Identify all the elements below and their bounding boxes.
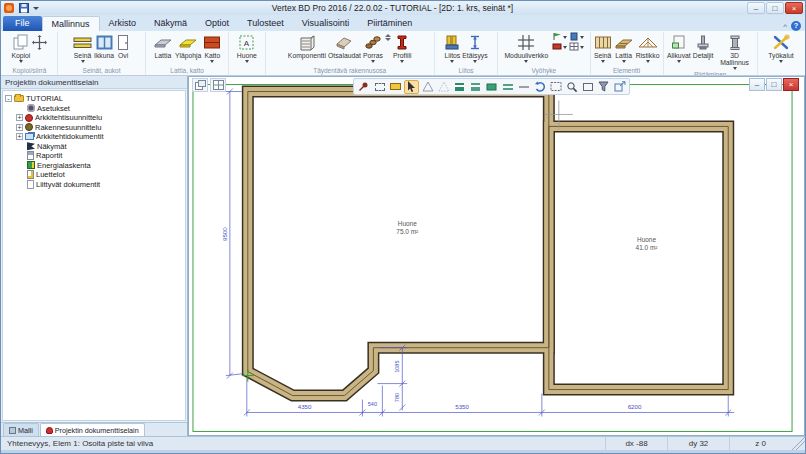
measure-tool[interactable] [388, 80, 403, 94]
layers-tool-1[interactable] [452, 80, 467, 94]
ovi-button[interactable]: Ovi [115, 32, 131, 59]
moduuliverkko-button[interactable]: Moduuliverkko [503, 32, 549, 63]
lattia-button[interactable]: Lattia [152, 32, 174, 59]
close-button[interactable]: × [785, 2, 803, 14]
truss-icon [638, 33, 658, 52]
tree-item-energialaskenta[interactable]: Energialaskenta [5, 161, 185, 171]
detaljit-button[interactable]: Detaljit [692, 32, 715, 59]
minimize-button[interactable]: – [747, 2, 765, 14]
tab-arkisto[interactable]: Arkisto [100, 16, 146, 31]
collapse-ribbon-button[interactable]: ^ [783, 22, 787, 31]
tree-item-arkkitehtidokumentit[interactable]: + Arkkitehtidokumentit [5, 132, 185, 142]
link-out-tool[interactable] [612, 80, 627, 94]
project-browser-panel: Projektin dokumenttiselain - TUTORIAL As… [1, 76, 188, 436]
tree-item-asetukset[interactable]: Asetukset [5, 104, 185, 114]
tree-item-rakennesuunnittelu[interactable]: + Rakennesuunnittelu [5, 123, 185, 133]
ristikko-button[interactable]: Ristikko [635, 32, 661, 63]
tab-nakyma[interactable]: Näkymä [145, 16, 196, 31]
tab-tulosteet[interactable]: Tulosteet [238, 16, 293, 31]
filter-tool[interactable] [596, 80, 611, 94]
folder-icon [14, 95, 24, 102]
zone-grid-button[interactable] [569, 42, 584, 51]
dim-bottom-3: 5350 [455, 404, 469, 411]
collapse-expander-icon[interactable]: - [5, 95, 12, 102]
zoom-window-tool[interactable] [548, 80, 563, 94]
expand-expander-icon[interactable]: + [16, 124, 23, 131]
porras-button[interactable]: Porras [362, 32, 384, 63]
ylapohja-button[interactable]: Yläpohja [174, 32, 202, 59]
undo-tool[interactable] [532, 80, 547, 94]
tab-file[interactable]: File [3, 16, 42, 31]
gallery-scroll[interactable] [384, 32, 392, 43]
tab-optiot[interactable]: Optiot [196, 16, 238, 31]
dropdown-caret-icon [19, 60, 23, 63]
gear-icon [27, 104, 35, 112]
profiili-button[interactable]: Profiili [392, 32, 413, 63]
kopioi-button[interactable]: Kopioi [10, 32, 31, 63]
liitos-button[interactable]: Liitos [443, 32, 461, 63]
dropdown-caret-icon [563, 46, 567, 49]
tree-item-tutorial[interactable]: - TUTORIAL [5, 94, 185, 104]
tab-mallinnus[interactable]: Mallinnus [42, 16, 100, 31]
zone-flag-button[interactable] [552, 32, 567, 41]
profile-beam-icon [395, 33, 409, 52]
etaisyys-button[interactable]: Etäisyys [461, 32, 488, 63]
seina-button[interactable]: Seinä [72, 32, 93, 63]
line-tool[interactable] [516, 80, 531, 94]
dropdown-caret-icon [400, 60, 404, 63]
zoom-tool[interactable] [564, 80, 579, 94]
otsalaudat-button[interactable]: Otsalaudat [327, 32, 362, 59]
zone-wall-button[interactable] [552, 42, 567, 51]
save-button[interactable] [17, 3, 31, 14]
box-tool[interactable] [580, 80, 595, 94]
siirra-button[interactable] [31, 32, 48, 52]
maximize-button[interactable]: □ [766, 2, 784, 14]
mallinnus-3d-button[interactable]: 3D Mallinnus [715, 32, 755, 70]
huone-button[interactable]: A Huone [236, 32, 258, 63]
tree-item-raportit[interactable]: Raportit [5, 151, 185, 161]
tree-item-nakymat[interactable]: Näkymät [5, 142, 185, 152]
wall-icon [73, 33, 92, 52]
wall-panel-icon [594, 33, 612, 52]
tab-visualisointi[interactable]: Visualisointi [293, 16, 358, 31]
help-icon[interactable]: ? [791, 21, 801, 31]
katto-button[interactable]: Katto [202, 32, 222, 63]
tree-item-liittyvat-dokumentit[interactable]: Liittyvät dokumentit [5, 180, 185, 190]
select-cursor-tool[interactable] [404, 80, 419, 94]
group-vyohyke: Moduuliverkko [498, 32, 590, 75]
floppy-disk-icon [19, 3, 29, 13]
project-icon [46, 427, 53, 434]
window-icon [96, 33, 113, 52]
tree-item-arkkitehtisuunnittelu[interactable]: + Arkkitehtisuunnittelu [5, 113, 185, 123]
tab-malli[interactable]: Malli [3, 423, 39, 436]
elementti-lattia-button[interactable]: Lattia [613, 32, 635, 63]
tab-projektin-dokumenttiselain[interactable]: Projektin dokumenttiselain [40, 423, 145, 436]
triangle-tool[interactable] [420, 80, 435, 94]
triangle-dashed-tool[interactable] [436, 80, 451, 94]
komponentti-button[interactable]: Komponentti [287, 32, 327, 59]
tree-item-luettelot[interactable]: Luettelot [5, 170, 185, 180]
new-window-button[interactable] [192, 78, 208, 92]
dropdown-caret-icon [779, 60, 783, 63]
ikkuna-button[interactable]: Ikkuna [93, 32, 115, 59]
elementti-seina-button[interactable]: Seinä [593, 32, 613, 63]
drawing-area[interactable]: – □ × [188, 76, 805, 436]
view-grid-button[interactable] [210, 78, 226, 92]
doc-minimize-button[interactable]: – [749, 78, 765, 91]
tyokalut-button[interactable]: Työkalut [767, 32, 794, 63]
layers-tool-2[interactable] [468, 80, 483, 94]
select-area-tool[interactable] [372, 80, 387, 94]
layers-tool-3[interactable] [484, 80, 499, 94]
alikuvat-button[interactable]: Alikuvat [666, 32, 692, 63]
group-kopioi-siirra: Kopioi Kopioi/siirrä [2, 32, 58, 75]
doc-close-button[interactable]: × [783, 78, 799, 91]
expand-expander-icon[interactable]: + [16, 133, 23, 140]
doc-restore-button[interactable]: □ [766, 78, 782, 91]
pin-tool[interactable] [356, 80, 371, 94]
tab-piirtaminen[interactable]: Piirtäminen [358, 16, 421, 31]
zone-panel-button[interactable] [569, 32, 584, 41]
lines-tool[interactable] [500, 80, 515, 94]
expand-expander-icon[interactable]: + [16, 114, 23, 121]
resize-grip[interactable] [791, 437, 805, 450]
floor-plan[interactable]: 4350 540 5350 6200 9500 1085 780 Huone 7… [188, 76, 805, 436]
